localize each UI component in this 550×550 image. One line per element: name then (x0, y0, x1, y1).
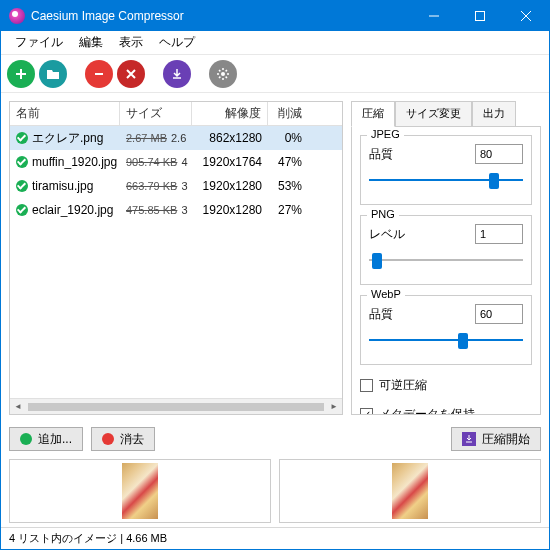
reduction: 27% (268, 199, 308, 221)
clear-all-button[interactable] (117, 60, 145, 88)
jpeg-quality-slider[interactable] (369, 170, 523, 190)
close-button[interactable] (503, 1, 549, 31)
plus-icon (20, 433, 32, 445)
svg-rect-5 (16, 73, 26, 75)
maximize-button[interactable] (457, 1, 503, 31)
start-compress-button[interactable]: 圧縮開始 (451, 427, 541, 451)
old-size: 663.79 KB (126, 180, 177, 192)
png-title: PNG (367, 208, 399, 220)
status-bar: 4 リスト内のイメージ | 4.66 MB (1, 527, 549, 549)
table-row[interactable]: eclair_1920.jpg475.85 KB31920x128027% (10, 198, 342, 222)
file-name: eclair_1920.jpg (32, 203, 113, 217)
webp-group: WebP 品質 (360, 295, 532, 365)
reduction: 47% (268, 151, 308, 173)
resolution: 862x1280 (192, 127, 268, 149)
thumbnail-original (122, 463, 158, 519)
old-size: 2.67 MB (126, 132, 167, 144)
png-level-slider[interactable] (369, 250, 523, 270)
webp-title: WebP (367, 288, 405, 300)
check-icon (16, 132, 28, 144)
new-size: 4 (181, 156, 187, 168)
webp-quality-label: 品質 (369, 306, 393, 323)
horizontal-scrollbar[interactable]: ◄ ► (10, 398, 342, 414)
scroll-right-icon[interactable]: ► (326, 399, 342, 415)
check-icon (16, 204, 28, 216)
minus-icon (102, 433, 114, 445)
remove-button[interactable] (85, 60, 113, 88)
toolbar (1, 55, 549, 93)
png-group: PNG レベル (360, 215, 532, 285)
content-area: 名前 サイズ 解像度 削減 エクレア.png2.67 MB2.6862x1280… (1, 93, 549, 423)
add-file-button[interactable] (7, 60, 35, 88)
app-window: Caesium Image Compressor ファイル 編集 表示 ヘルプ … (0, 0, 550, 550)
clear-button[interactable]: 消去 (91, 427, 155, 451)
menu-edit[interactable]: 編集 (71, 31, 111, 54)
table-row[interactable]: muffin_1920.jpg905.74 KB41920x176447% (10, 150, 342, 174)
svg-point-7 (221, 72, 225, 76)
jpeg-quality-label: 品質 (369, 146, 393, 163)
action-bar: 追加... 消去 圧縮開始 (1, 423, 549, 455)
col-name[interactable]: 名前 (10, 102, 120, 125)
tab-resize[interactable]: サイズ変更 (395, 101, 472, 127)
settings-panel: 圧縮 サイズ変更 出力 JPEG 品質 PNG (351, 101, 541, 415)
window-title: Caesium Image Compressor (31, 9, 411, 23)
webp-quality-input[interactable] (475, 304, 523, 324)
lossless-label: 可逆圧縮 (379, 377, 427, 394)
old-size: 475.85 KB (126, 204, 177, 216)
jpeg-quality-input[interactable] (475, 144, 523, 164)
webp-quality-slider[interactable] (369, 330, 523, 350)
metadata-row[interactable]: ✓ メタデータを保持 (360, 406, 532, 415)
window-controls (411, 1, 549, 31)
thumbnail-compressed (392, 463, 428, 519)
col-reduction[interactable]: 削減 (268, 102, 308, 125)
preview-original (9, 459, 271, 523)
settings-tabs: 圧縮 サイズ変更 出力 (351, 101, 541, 127)
scroll-thumb[interactable] (28, 403, 324, 411)
preview-area (1, 455, 549, 527)
minimize-button[interactable] (411, 1, 457, 31)
svg-rect-6 (95, 73, 103, 75)
file-name: muffin_1920.jpg (32, 155, 117, 169)
compress-button[interactable] (163, 60, 191, 88)
lossless-row[interactable]: 可逆圧縮 (360, 377, 532, 394)
resolution: 1920x1280 (192, 175, 268, 197)
tab-panel: JPEG 品質 PNG レベル (351, 126, 541, 415)
table-row[interactable]: tiramisu.jpg663.79 KB31920x128053% (10, 174, 342, 198)
menu-view[interactable]: 表示 (111, 31, 151, 54)
table-row[interactable]: エクレア.png2.67 MB2.6862x12800% (10, 126, 342, 150)
check-icon (16, 180, 28, 192)
new-size: 3 (181, 204, 187, 216)
metadata-label: メタデータを保持 (379, 406, 475, 415)
col-size[interactable]: サイズ (120, 102, 192, 125)
table-body: エクレア.png2.67 MB2.6862x12800%muffin_1920.… (10, 126, 342, 398)
reduction: 53% (268, 175, 308, 197)
svg-rect-1 (476, 12, 485, 21)
tab-output[interactable]: 出力 (472, 101, 516, 127)
reduction: 0% (268, 127, 308, 149)
jpeg-title: JPEG (367, 128, 404, 140)
new-size: 2.6 (171, 132, 186, 144)
add-folder-button[interactable] (39, 60, 67, 88)
jpeg-group: JPEG 品質 (360, 135, 532, 205)
col-resolution[interactable]: 解像度 (192, 102, 268, 125)
old-size: 905.74 KB (126, 156, 177, 168)
file-list-panel: 名前 サイズ 解像度 削減 エクレア.png2.67 MB2.6862x1280… (9, 101, 343, 415)
menu-file[interactable]: ファイル (7, 31, 71, 54)
tab-compress[interactable]: 圧縮 (351, 101, 395, 127)
app-icon (9, 8, 25, 24)
lossless-checkbox[interactable] (360, 379, 373, 392)
file-name: エクレア.png (32, 130, 103, 147)
file-name: tiramisu.jpg (32, 179, 93, 193)
menu-help[interactable]: ヘルプ (151, 31, 203, 54)
new-size: 3 (181, 180, 187, 192)
png-level-label: レベル (369, 226, 405, 243)
metadata-checkbox[interactable]: ✓ (360, 408, 373, 415)
resolution: 1920x1280 (192, 199, 268, 221)
download-icon (462, 432, 476, 446)
menubar: ファイル 編集 表示 ヘルプ (1, 31, 549, 55)
png-level-input[interactable] (475, 224, 523, 244)
scroll-left-icon[interactable]: ◄ (10, 399, 26, 415)
table-header: 名前 サイズ 解像度 削減 (10, 102, 342, 126)
add-button[interactable]: 追加... (9, 427, 83, 451)
settings-button[interactable] (209, 60, 237, 88)
